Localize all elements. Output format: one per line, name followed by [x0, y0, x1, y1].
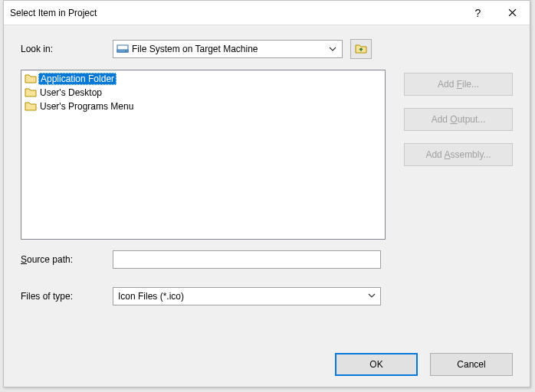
cancel-button[interactable]: Cancel	[430, 353, 513, 376]
look-in-select[interactable]: File System on Target Machine	[113, 40, 343, 58]
cancel-label: Cancel	[457, 359, 485, 370]
help-button[interactable]: ?	[461, 2, 495, 24]
chevron-down-icon	[327, 45, 339, 53]
side-buttons: Add File... Add Output... Add Assembly..…	[404, 70, 513, 240]
titlebar-buttons: ?	[461, 2, 530, 24]
files-of-type-select[interactable]: Icon Files (*.ico)	[113, 287, 381, 305]
files-of-type-row: Files of type: Icon Files (*.ico)	[21, 287, 513, 305]
add-output-button[interactable]: Add Output...	[404, 108, 513, 131]
folder-label: User's Desktop	[38, 87, 103, 98]
source-path-input[interactable]	[113, 250, 381, 269]
close-icon	[508, 8, 517, 17]
close-button[interactable]	[495, 2, 530, 24]
dialog-title: Select Item in Project	[10, 8, 97, 18]
folder-label: User's Programs Menu	[38, 101, 135, 112]
source-path-label: Source path:	[21, 254, 113, 265]
dialog-window: Select Item in Project ? Look in: File S…	[3, 0, 530, 387]
look-in-row: Look in: File System on Target Machine	[21, 39, 513, 59]
svg-rect-1	[117, 50, 128, 52]
add-file-button[interactable]: Add File...	[404, 73, 513, 96]
ok-label: OK	[369, 359, 382, 370]
folder-item-users-programs-menu[interactable]: User's Programs Menu	[23, 100, 383, 113]
svg-point-2	[125, 51, 126, 52]
drive-icon	[117, 43, 129, 55]
folder-label: Application Folder	[38, 73, 117, 85]
parent-folder-button[interactable]	[350, 39, 372, 59]
folder-item-users-desktop[interactable]: User's Desktop	[23, 86, 383, 100]
look-in-label: Look in:	[21, 44, 113, 54]
source-path-row: Source path:	[21, 250, 513, 269]
folder-item-application-folder[interactable]: Application Folder	[23, 72, 383, 86]
look-in-value: File System on Target Machine	[129, 44, 327, 54]
folder-icon	[25, 87, 37, 98]
files-of-type-value: Icon Files (*.ico)	[118, 291, 368, 302]
folder-list[interactable]: Application Folder User's Desktop User's…	[21, 70, 386, 240]
folder-up-icon	[355, 44, 367, 54]
add-assembly-button[interactable]: Add Assembly...	[404, 143, 513, 166]
mid-row: Application Folder User's Desktop User's…	[21, 70, 513, 240]
titlebar: Select Item in Project ?	[4, 1, 530, 25]
bottom-buttons: OK Cancel	[21, 350, 513, 376]
files-of-type-label: Files of type:	[21, 291, 113, 302]
help-icon: ?	[475, 7, 481, 19]
folder-icon	[25, 101, 37, 112]
folder-icon	[25, 74, 37, 84]
ok-button[interactable]: OK	[335, 353, 418, 376]
chevron-down-icon	[368, 291, 376, 302]
dialog-content: Look in: File System on Target Machine	[4, 25, 530, 387]
